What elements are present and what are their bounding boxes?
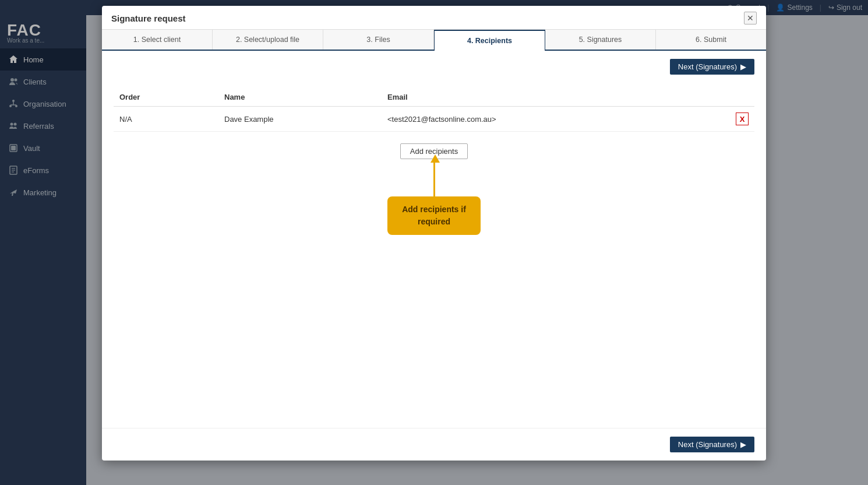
tab-select-client[interactable]: 1. Select client — [102, 30, 213, 50]
next-icon-bottom: ▶ — [740, 440, 746, 449]
modal-close-button[interactable]: ✕ — [744, 12, 757, 24]
tab-signatures[interactable]: 5. Signatures — [545, 30, 656, 50]
tab-submit[interactable]: 6. Submit — [656, 30, 766, 50]
modal-overlay: Signature request ✕ 1. Select client 2. … — [0, 0, 868, 485]
tab-recipients[interactable]: 4. Recipients — [434, 30, 545, 51]
next-button-top-container: Next (Signatures) ▶ — [670, 59, 754, 75]
next-signatures-button-top[interactable]: Next (Signatures) ▶ — [670, 59, 754, 75]
remove-recipient-button[interactable]: X — [736, 113, 749, 125]
recipient-name: Dave Example — [218, 107, 382, 132]
modal-dialog: Signature request ✕ 1. Select client 2. … — [102, 6, 766, 461]
modal-title: Signature request — [111, 13, 186, 23]
tooltip-bubble: Add recipients if required — [387, 196, 481, 235]
next-icon-top: ▶ — [740, 62, 746, 71]
tab-files[interactable]: 3. Files — [323, 30, 434, 50]
modal-header: Signature request ✕ — [102, 6, 766, 30]
modal-footer: Next (Signatures) ▶ — [102, 428, 766, 461]
add-recipients-area: Add recipients Add recipients if require… — [114, 143, 754, 235]
tab-select-upload-file[interactable]: 2. Select/upload file — [213, 30, 323, 50]
table-row: N/A Dave Example <test2021@factsonline.c… — [114, 107, 754, 132]
next-signatures-button-bottom[interactable]: Next (Signatures) ▶ — [670, 437, 754, 452]
tooltip-arrow — [433, 161, 435, 196]
recipients-table: Order Name Email N/A Dave Example <test2… — [114, 88, 754, 132]
col-header-order: Order — [114, 88, 218, 107]
recipient-email: <test2021@factsonline.com.au> — [382, 107, 730, 132]
wizard-tabs: 1. Select client 2. Select/upload file 3… — [102, 30, 766, 51]
modal-body: Next (Signatures) ▶ Order Name Email N — [102, 51, 766, 428]
tooltip-container: Add recipients if required — [387, 161, 481, 235]
col-header-email: Email — [382, 88, 730, 107]
col-header-name: Name — [218, 88, 382, 107]
recipient-order: N/A — [114, 107, 218, 132]
